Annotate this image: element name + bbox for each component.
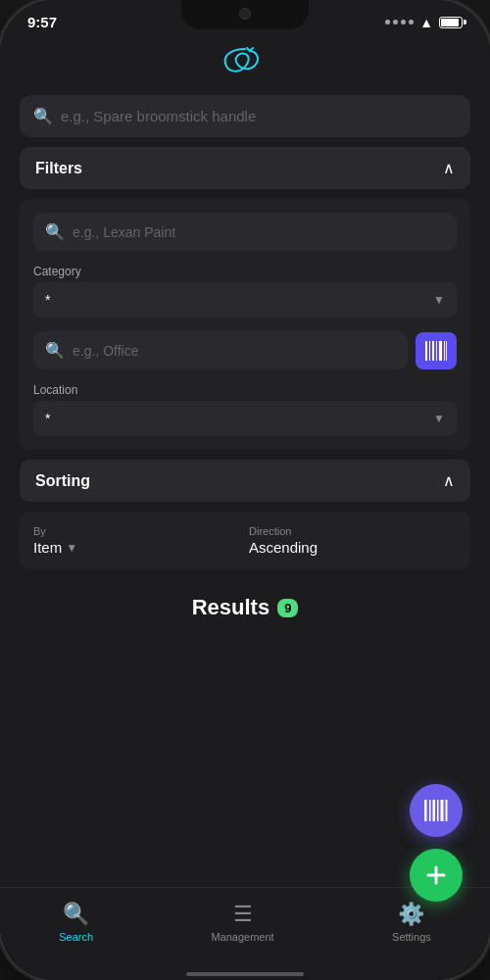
sorting-row: By Item ▼ Direction Ascending <box>33 525 457 556</box>
home-bar <box>186 972 304 976</box>
camera <box>239 8 251 20</box>
location-chevron-icon: ▼ <box>433 412 445 425</box>
filters-content: 🔍 e.g., Lexan Paint Category * ▼ 🔍 e.g., <box>20 199 470 450</box>
svg-rect-1 <box>429 341 430 361</box>
nav-settings-icon: ⚙️ <box>398 902 424 927</box>
nav-settings-label: Settings <box>392 931 431 943</box>
results-count-badge: 9 <box>277 599 298 617</box>
phone-screen: 9:57 ▲ <box>0 0 490 980</box>
app-logo <box>216 44 274 83</box>
location-search-icon: 🔍 <box>45 341 65 360</box>
main-search-placeholder: e.g., Spare broomstick handle <box>61 108 256 124</box>
svg-rect-2 <box>432 341 434 361</box>
category-dropdown[interactable]: * ▼ <box>33 282 457 318</box>
content-area: 🔍 e.g., Spare broomstick handle Filters … <box>0 95 490 887</box>
nav-management-label: Management <box>211 931 273 943</box>
filter-name-placeholder: e.g., Lexan Paint <box>73 224 175 240</box>
fab-add-button[interactable] <box>410 849 463 902</box>
fab-barcode-button[interactable] <box>410 784 463 837</box>
nav-management-icon: ☰ <box>233 902 253 927</box>
svg-rect-12 <box>446 800 448 821</box>
svg-rect-9 <box>433 800 436 821</box>
svg-rect-10 <box>437 800 439 821</box>
battery-icon <box>439 17 463 28</box>
svg-rect-13 <box>448 800 449 821</box>
sorting-title: Sorting <box>35 472 90 490</box>
logo-area <box>0 34 490 95</box>
nav-settings[interactable]: ⚙️ Settings <box>372 898 451 947</box>
filters-chevron-icon: ∧ <box>443 159 455 177</box>
wifi-icon: ▲ <box>419 15 433 30</box>
status-icons: ▲ <box>385 15 463 30</box>
filter-name-search-icon: 🔍 <box>45 222 65 241</box>
fab-barcode-icon <box>424 800 448 821</box>
sort-by-label: By <box>33 525 241 537</box>
phone-shell: 9:57 ▲ <box>0 0 490 980</box>
svg-rect-3 <box>436 341 437 361</box>
svg-rect-8 <box>429 800 431 821</box>
signal-icon <box>385 20 414 24</box>
barcode-icon <box>425 341 447 361</box>
filters-title: Filters <box>35 160 82 177</box>
status-time: 9:57 <box>27 14 57 30</box>
location-dropdown-row: Location * ▼ <box>33 383 457 436</box>
nav-search[interactable]: 🔍 Search <box>39 898 113 947</box>
sort-by-value: Item <box>33 539 62 556</box>
category-chevron-icon: ▼ <box>433 293 445 307</box>
svg-rect-0 <box>425 341 427 361</box>
sorting-chevron-icon: ∧ <box>443 471 455 490</box>
svg-rect-6 <box>446 341 447 361</box>
category-dropdown-row: Category * ▼ <box>33 265 457 318</box>
sort-direction-value: Ascending <box>249 539 457 556</box>
svg-rect-4 <box>439 341 442 361</box>
location-search-row: 🔍 e.g., Office <box>33 331 457 369</box>
results-bar: Results 9 <box>20 579 470 636</box>
location-dropdown[interactable]: * ▼ <box>33 401 457 436</box>
nav-management[interactable]: ☰ Management <box>191 898 293 947</box>
filters-header[interactable]: Filters ∧ <box>20 147 470 189</box>
location-placeholder: e.g., Office <box>73 343 138 359</box>
sorting-header[interactable]: Sorting ∧ <box>20 460 470 502</box>
svg-rect-5 <box>444 341 445 361</box>
main-search-icon: 🔍 <box>33 107 53 125</box>
location-search-input[interactable]: 🔍 e.g., Office <box>33 331 408 369</box>
svg-rect-7 <box>424 800 427 821</box>
location-value: * <box>45 411 50 426</box>
notch <box>181 0 309 29</box>
location-barcode-button[interactable] <box>416 332 457 369</box>
main-search-bar[interactable]: 🔍 e.g., Spare broomstick handle <box>20 95 470 137</box>
add-icon <box>425 864 447 886</box>
location-label: Location <box>33 383 457 397</box>
category-label: Category <box>33 265 457 278</box>
home-indicator <box>0 966 490 980</box>
sort-by-dropdown[interactable]: Item ▼ <box>33 539 241 556</box>
sort-direction-label: Direction <box>249 525 457 537</box>
nav-search-icon: 🔍 <box>63 902 89 927</box>
nav-search-label: Search <box>59 931 93 943</box>
filter-name-search[interactable]: 🔍 e.g., Lexan Paint <box>33 213 457 251</box>
sorting-content: By Item ▼ Direction Ascending <box>20 512 470 569</box>
sort-by-chevron-icon: ▼ <box>66 541 77 555</box>
sort-direction-field: Direction Ascending <box>249 525 457 556</box>
fab-container <box>410 784 463 902</box>
category-value: * <box>45 292 50 308</box>
results-label: Results <box>192 595 270 620</box>
svg-rect-11 <box>441 800 444 821</box>
sort-by-field: By Item ▼ <box>33 525 241 556</box>
